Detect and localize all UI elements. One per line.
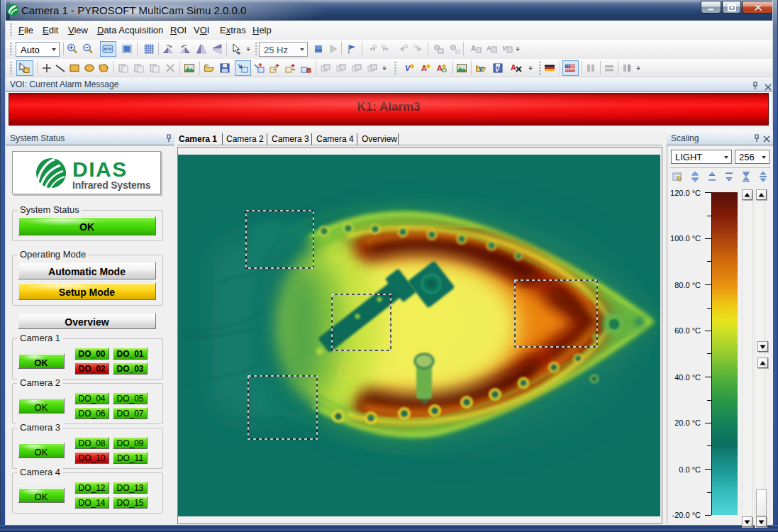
svg-text:A: A <box>421 64 427 72</box>
svg-text:V: V <box>479 65 484 72</box>
svg-text:A: A <box>487 45 491 52</box>
svg-text:DIAS: DIAS <box>72 157 128 181</box>
svg-text:A: A <box>511 63 516 72</box>
svg-text:V: V <box>405 64 411 72</box>
svg-text:A: A <box>471 45 476 52</box>
svg-text:A: A <box>437 64 443 72</box>
svg-text:V: V <box>502 45 507 52</box>
svg-text:V: V <box>495 66 500 73</box>
svg-text:Infrared Systems: Infrared Systems <box>72 179 151 191</box>
